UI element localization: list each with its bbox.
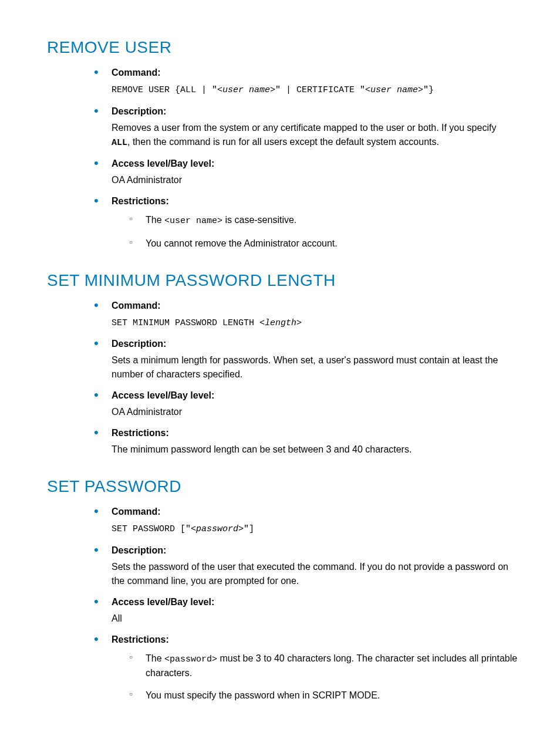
access-text: All (112, 612, 519, 626)
command-arg: user name (370, 85, 418, 95)
section-heading-set-min-pw: SET MINIMUM PASSWORD LENGTH (47, 268, 519, 293)
description-text: Sets the password of the user that execu… (112, 560, 519, 588)
label-command: Command: (112, 301, 161, 310)
section-heading-set-password: SET PASSWORD (47, 474, 519, 499)
item-restrictions: Restrictions: The <user name> is case-se… (94, 194, 519, 251)
command-text: SET MINIMUM PASSWORD LENGTH <length> (112, 315, 519, 330)
label-access: Access level/Bay level: (112, 597, 214, 607)
item-access: Access level/Bay level: OA Administrator (94, 157, 519, 187)
command-mid: >" | CERTIFICATE "< (270, 85, 370, 95)
item-access: Access level/Bay level: OA Administrator (94, 389, 519, 419)
item-description: Description: Sets the password of the us… (94, 544, 519, 588)
item-command: Command: SET PASSWORD ["<password>"] (94, 505, 519, 536)
item-command: Command: REMOVE USER {ALL | "<user name>… (94, 66, 519, 97)
access-text: OA Administrator (112, 405, 519, 419)
label-access: Access level/Bay level: (112, 390, 214, 400)
restrictions-sublist: The <user name> is case-sensitive. You c… (112, 213, 519, 251)
command-pre: REMOVE USER {ALL | "< (112, 85, 222, 95)
restriction-pre: The (146, 653, 164, 663)
command-arg: length (265, 318, 296, 328)
label-access: Access level/Bay level: (112, 158, 214, 168)
restriction-item: You must specify the password when in SC… (129, 688, 519, 703)
label-description: Description: (112, 106, 166, 116)
restriction-item: You cannot remove the Administrator acco… (129, 237, 519, 251)
description-text: Sets a minimum length for passwords. Whe… (112, 353, 519, 382)
command-pre: SET PASSWORD ["< (112, 524, 196, 534)
command-post: > (296, 318, 302, 328)
section-list: Command: SET PASSWORD ["<password>"] Des… (47, 505, 519, 703)
section-list: Command: REMOVE USER {ALL | "<user name>… (47, 66, 519, 251)
restriction-pre: You cannot remove the Administrator acco… (146, 238, 338, 248)
restrictions-sublist: The <password> must be 3 to 40 character… (112, 652, 519, 703)
section-list: Command: SET MINIMUM PASSWORD LENGTH <le… (47, 299, 519, 457)
label-restrictions: Restrictions: (112, 634, 169, 644)
item-restrictions: Restrictions: The <password> must be 3 t… (94, 633, 519, 703)
restriction-post: is case-sensitive. (222, 215, 296, 225)
command-text: SET PASSWORD ["<password>"] (112, 521, 519, 536)
access-text: OA Administrator (112, 173, 519, 187)
label-command: Command: (112, 67, 161, 77)
restriction-pre: You must specify the password when in SC… (146, 690, 380, 700)
item-description: Description: Removes a user from the sys… (94, 104, 519, 150)
item-description: Description: Sets a minimum length for p… (94, 337, 519, 382)
description-text: Removes a user from the system or any ce… (112, 121, 519, 150)
label-restrictions: Restrictions: (112, 428, 169, 438)
label-description: Description: (112, 545, 166, 555)
label-restrictions: Restrictions: (112, 196, 169, 206)
label-description: Description: (112, 339, 166, 349)
command-post: >"} (418, 85, 434, 95)
command-arg: user name (222, 85, 270, 95)
item-command: Command: SET MINIMUM PASSWORD LENGTH <le… (94, 299, 519, 330)
restriction-code: <password> (164, 654, 217, 664)
desc-pre: Removes a user from the system or any ce… (112, 123, 496, 133)
section-heading-remove-user: REMOVE USER (47, 35, 519, 60)
restriction-code: <user name> (164, 216, 222, 226)
command-post: >"] (238, 524, 254, 534)
command-pre: SET MINIMUM PASSWORD LENGTH < (112, 318, 265, 328)
restriction-item: The <user name> is case-sensitive. (129, 213, 519, 228)
item-access: Access level/Bay level: All (94, 595, 519, 626)
restriction-pre: The (146, 215, 164, 225)
desc-code: ALL (112, 138, 127, 148)
restrictions-text: The minimum password length can be set b… (112, 443, 519, 457)
command-arg: password (196, 524, 238, 534)
label-command: Command: (112, 507, 161, 517)
desc-post: , then the command is run for all users … (127, 137, 439, 147)
item-restrictions: Restrictions: The minimum password lengt… (94, 426, 519, 457)
command-text: REMOVE USER {ALL | "<user name>" | CERTI… (112, 82, 519, 97)
restriction-item: The <password> must be 3 to 40 character… (129, 652, 519, 681)
